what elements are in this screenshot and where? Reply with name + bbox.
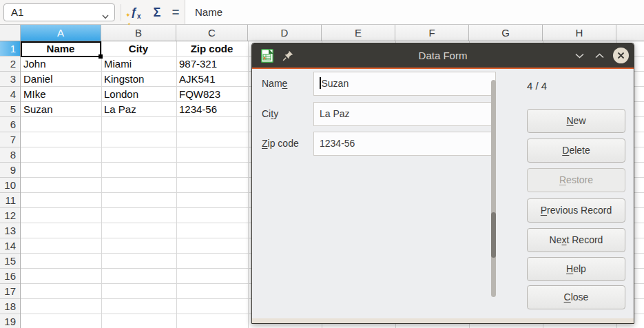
- select-all-corner[interactable]: [0, 25, 21, 41]
- row-header-7[interactable]: 7: [0, 132, 20, 147]
- cell-B2[interactable]: Miami: [101, 57, 176, 72]
- name-field-label: Name: [262, 72, 311, 96]
- text-caret: [320, 77, 321, 89]
- column-header-D[interactable]: D: [248, 25, 322, 41]
- zipcode-field-label: Zip code: [262, 132, 311, 156]
- row-header-4[interactable]: 4: [0, 87, 20, 102]
- row-header-6[interactable]: 6: [0, 117, 20, 132]
- close-icon[interactable]: [613, 48, 629, 63]
- row-header-9[interactable]: 9: [0, 163, 20, 178]
- data-form-dialog: Data Form Name Suzan City La: [251, 43, 634, 324]
- row-header-2[interactable]: 2: [0, 57, 20, 72]
- name-field[interactable]: Suzan: [313, 72, 496, 96]
- restore-button[interactable]: Restore: [527, 168, 625, 192]
- row-headers: 12345678910111213141516171819: [0, 41, 21, 328]
- close-button[interactable]: Close: [527, 285, 625, 309]
- dialog-titlebar[interactable]: Data Form: [252, 43, 634, 68]
- titlebar-controls: [573, 48, 634, 63]
- cell-C4[interactable]: FQW823: [176, 87, 247, 102]
- name-box[interactable]: A1: [3, 3, 115, 21]
- cell-A1[interactable]: Name: [21, 41, 101, 57]
- cell-A3[interactable]: Daniel: [21, 72, 101, 87]
- delete-button[interactable]: Delete: [527, 139, 625, 163]
- cell-B5[interactable]: La Paz: [101, 102, 176, 117]
- cell-A2[interactable]: John: [21, 57, 101, 72]
- cell-C2[interactable]: 987-321: [176, 57, 247, 72]
- column-header-G[interactable]: G: [469, 25, 543, 41]
- roll-up-icon[interactable]: [593, 50, 605, 62]
- zipcode-field[interactable]: 1234-56: [313, 132, 496, 156]
- record-counter: 4 / 4: [527, 80, 547, 92]
- row-header-16[interactable]: 16: [0, 269, 20, 284]
- equals-icon[interactable]: =: [168, 0, 183, 25]
- roll-down-icon[interactable]: [573, 50, 585, 62]
- cell-C5[interactable]: 1234-56: [176, 102, 247, 117]
- cell-C1[interactable]: Zip code: [176, 41, 247, 57]
- column-header-A[interactable]: A: [21, 25, 101, 41]
- next-record-button[interactable]: Next Record: [527, 228, 625, 252]
- dialog-scrollbar[interactable]: [491, 80, 496, 297]
- function-wizard-icon[interactable]: ✦ ✦ ƒx: [125, 0, 146, 25]
- cell-reference: A1: [11, 6, 23, 18]
- cell-B4[interactable]: London: [101, 87, 176, 102]
- row-header-17[interactable]: 17: [0, 284, 20, 299]
- column-header-C[interactable]: C: [176, 25, 248, 41]
- column-header-partial[interactable]: [616, 25, 644, 41]
- row-header-1[interactable]: 1: [0, 41, 20, 57]
- row-header-13[interactable]: 13: [0, 223, 20, 238]
- row-header-14[interactable]: 14: [0, 238, 20, 254]
- cell-A5[interactable]: Suzan: [21, 102, 101, 117]
- chevron-down-icon[interactable]: [102, 8, 109, 24]
- scrollbar-thumb[interactable]: [491, 212, 496, 258]
- row-header-15[interactable]: 15: [0, 254, 20, 269]
- cell-C3[interactable]: AJK541: [176, 72, 247, 87]
- sparkle-icon: ✦: [127, 12, 131, 37]
- sum-icon[interactable]: Σ: [147, 0, 167, 25]
- row-header-8[interactable]: 8: [0, 147, 20, 163]
- column-header-B[interactable]: B: [101, 25, 176, 41]
- row-header-12[interactable]: 12: [0, 208, 20, 223]
- grid-line: [248, 41, 249, 328]
- row-header-18[interactable]: 18: [0, 299, 20, 314]
- city-field-label: City: [262, 102, 311, 126]
- previous-record-button[interactable]: Previous Record: [527, 198, 625, 223]
- row-header-19[interactable]: 19: [0, 314, 20, 328]
- dialog-content: Name Suzan City La Paz Zip code 1234-56 …: [252, 69, 634, 323]
- cell-B3[interactable]: Kingston: [101, 72, 176, 87]
- separator: [121, 4, 121, 21]
- cell-A4[interactable]: MIke: [21, 87, 101, 102]
- column-header-H[interactable]: H: [543, 25, 616, 41]
- column-header-E[interactable]: E: [322, 25, 395, 41]
- row-header-5[interactable]: 5: [0, 102, 20, 117]
- help-button[interactable]: Help: [527, 257, 625, 281]
- row-header-11[interactable]: 11: [0, 193, 20, 208]
- column-header-F[interactable]: F: [395, 25, 469, 41]
- libreoffice-calc-window: A1 ✦ ✦ ƒx Σ = Name ABCDEFGH 123456789101…: [0, 0, 644, 328]
- cell-B1[interactable]: City: [101, 41, 176, 57]
- row-header-3[interactable]: 3: [0, 72, 20, 87]
- row-header-10[interactable]: 10: [0, 178, 20, 193]
- column-headers: ABCDEFGH: [0, 25, 644, 41]
- city-field[interactable]: La Paz: [313, 102, 496, 126]
- formula-bar: A1 ✦ ✦ ƒx Σ = Name: [0, 0, 644, 25]
- new-button[interactable]: New: [527, 109, 625, 133]
- formula-input[interactable]: Name: [185, 0, 644, 24]
- dialog-bottom-strip: [252, 318, 634, 323]
